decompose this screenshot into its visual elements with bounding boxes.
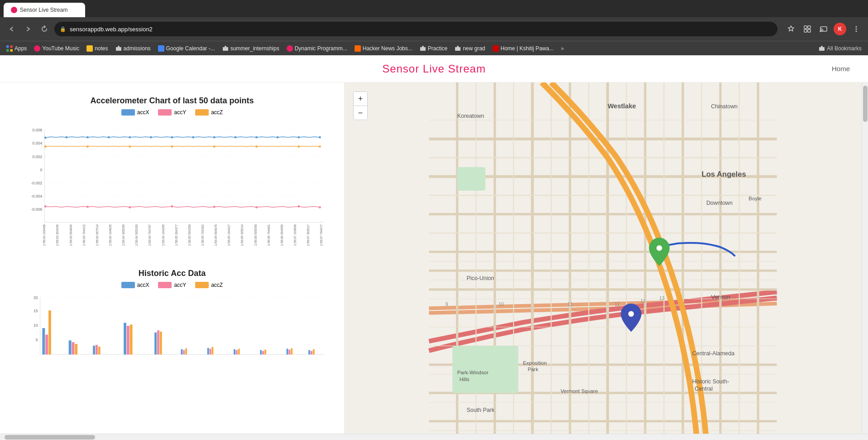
bar-legend-accY: accY xyxy=(158,282,186,288)
svg-point-47 xyxy=(213,145,216,148)
svg-rect-123 xyxy=(313,349,315,355)
svg-text:Park: Park xyxy=(528,367,538,372)
svg-rect-1 xyxy=(808,26,810,29)
svg-point-38 xyxy=(234,136,236,139)
svg-rect-103 xyxy=(154,333,157,355)
svg-point-45 xyxy=(129,145,131,148)
svg-text:9: 9 xyxy=(446,302,448,307)
bookmark-gcal[interactable]: Google Calendar -... xyxy=(155,44,218,53)
bookmark-notes[interactable]: notes xyxy=(84,44,110,53)
svg-rect-110 xyxy=(210,349,211,355)
legend-accX: accX xyxy=(121,109,149,116)
bookmark-dynamic-prog[interactable]: Dynamic Programm... xyxy=(284,44,350,53)
svg-rect-105 xyxy=(160,332,162,355)
legend-label-accY: accY xyxy=(174,109,186,116)
horizontal-scrollbar-thumb[interactable] xyxy=(5,435,95,440)
svg-point-50 xyxy=(319,145,321,148)
scrollbar-thumb[interactable] xyxy=(863,86,868,122)
bookmark-home-kshitij[interactable]: Home | Kshitij Pawa... xyxy=(490,44,556,53)
svg-text:2024-06-14 11:56:06 505558: 2024-06-14 11:56:06 505558 xyxy=(254,224,257,246)
menu-button[interactable] xyxy=(850,23,863,35)
svg-rect-102 xyxy=(130,324,133,354)
line-chart-svg: 0.006 0.004 0.002 0 -0.002 -0.004 -0.006 xyxy=(18,119,326,246)
svg-rect-91 xyxy=(42,328,45,354)
home-nav-link[interactable]: Home xyxy=(832,65,850,73)
bookmark-star-button[interactable] xyxy=(785,23,797,35)
active-tab[interactable]: Sensor Live Stream xyxy=(4,3,85,17)
bookmark-practice[interactable]: Practice xyxy=(417,44,450,53)
svg-point-43 xyxy=(44,145,47,148)
bookmark-admissions-label: admissions xyxy=(124,45,151,52)
svg-point-41 xyxy=(297,136,300,139)
svg-text:Central-Alameda: Central-Alameda xyxy=(692,350,734,357)
svg-rect-108 xyxy=(185,348,187,355)
line-chart-svg-wrapper: 0.006 0.004 0.002 0 -0.002 -0.004 -0.006 xyxy=(18,119,326,246)
bookmark-hacker-news[interactable]: Hacker News Jobs... xyxy=(352,44,415,53)
bookmark-apps[interactable]: Apps xyxy=(4,44,29,53)
bar-legend-accX: accX xyxy=(121,282,149,288)
tab-favicon xyxy=(11,7,17,13)
svg-point-51 xyxy=(44,205,47,208)
map-container[interactable]: Koreatown Westlake Chinatown Los Angeles… xyxy=(344,82,862,440)
horizontal-scrollbar[interactable] xyxy=(0,434,868,440)
bookmark-new-grad[interactable]: new grad xyxy=(452,44,488,53)
svg-text:0.002: 0.002 xyxy=(33,155,43,159)
svg-text:2024-06-14 11:56:05 904678: 2024-06-14 11:56:05 904678 xyxy=(214,224,217,246)
svg-point-56 xyxy=(255,206,258,208)
bookmark-admissions[interactable]: admissions xyxy=(113,44,153,53)
all-bookmarks-button[interactable]: All Bookmarks xyxy=(816,44,864,53)
svg-text:2024-06-14 11:56:07 303917: 2024-06-14 11:56:07 303917 xyxy=(307,224,310,246)
address-bar[interactable]: 🔒 sensorappdb.web.app/session2 xyxy=(54,22,777,36)
svg-text:Boyle: Boyle xyxy=(748,196,762,201)
svg-point-34 xyxy=(150,136,152,139)
svg-point-32 xyxy=(108,136,110,139)
bookmark-summer-internships[interactable]: summer_internships xyxy=(220,44,282,53)
svg-text:2024-06-14 11:56:04 104395: 2024-06-14 11:56:04 104395 xyxy=(162,224,165,246)
profile-button[interactable]: K xyxy=(834,23,846,35)
bookmark-summer-internships-label: summer_internships xyxy=(230,45,279,52)
back-button[interactable] xyxy=(5,23,18,35)
svg-point-5 xyxy=(820,31,821,32)
forward-button[interactable] xyxy=(22,23,34,35)
svg-text:2024-06-14 11:56:03 304345: 2024-06-14 11:56:03 304345 xyxy=(56,224,59,246)
svg-text:2024-06-14 11:56:06 904565: 2024-06-14 11:56:06 904565 xyxy=(280,224,283,246)
bar-legend-color-accZ xyxy=(195,282,209,288)
svg-rect-101 xyxy=(127,326,129,354)
svg-rect-104 xyxy=(157,330,159,354)
svg-text:-0.002: -0.002 xyxy=(31,181,43,185)
svg-point-30 xyxy=(65,136,67,139)
zoom-in-button[interactable]: + xyxy=(354,92,367,106)
legend-color-accY xyxy=(158,109,172,116)
svg-rect-113 xyxy=(236,350,238,355)
svg-rect-117 xyxy=(264,350,266,355)
svg-text:2024-06-14 11:56:03 105468: 2024-06-14 11:56:03 105468 xyxy=(43,224,46,246)
svg-rect-92 xyxy=(45,335,48,355)
page-header: Sensor Live Stream Home xyxy=(0,55,868,82)
reload-button[interactable] xyxy=(38,23,51,35)
svg-rect-121 xyxy=(308,350,310,355)
legend-accY: accY xyxy=(158,109,186,116)
svg-rect-93 xyxy=(48,310,51,354)
map-panel: Koreatown Westlake Chinatown Los Angeles… xyxy=(344,82,862,440)
svg-text:Historic South-: Historic South- xyxy=(692,378,729,385)
cast-icon[interactable] xyxy=(817,23,830,35)
svg-rect-122 xyxy=(311,351,312,355)
bar-chart-title: Historic Acc Data xyxy=(18,269,326,278)
svg-text:2024-06-14 11:56:07 103808: 2024-06-14 11:56:07 103808 xyxy=(293,224,297,246)
bar-chart-svg-wrapper: 20 15 10 5 xyxy=(18,292,326,364)
map-svg: Koreatown Westlake Chinatown Los Angeles… xyxy=(344,82,862,440)
scrollbar[interactable] xyxy=(862,82,868,440)
bar-legend-label-accY: accY xyxy=(174,282,186,288)
zoom-out-button[interactable]: − xyxy=(354,106,367,120)
svg-rect-116 xyxy=(262,351,264,355)
svg-text:20: 20 xyxy=(34,295,38,300)
svg-text:2024-06-14 11:56:03 907514: 2024-06-14 11:56:03 907514 xyxy=(96,224,99,246)
svg-text:5: 5 xyxy=(36,338,38,342)
legend-color-accZ xyxy=(195,109,209,116)
svg-text:11: 11 xyxy=(641,299,646,304)
bookmark-youtube-music[interactable]: YouTube Music xyxy=(31,44,82,53)
extension-icon[interactable] xyxy=(801,23,814,35)
bookmarks-more-button[interactable]: » xyxy=(558,44,567,53)
svg-text:0.004: 0.004 xyxy=(33,141,43,145)
bar-chart-svg: 20 15 10 5 xyxy=(18,292,326,364)
